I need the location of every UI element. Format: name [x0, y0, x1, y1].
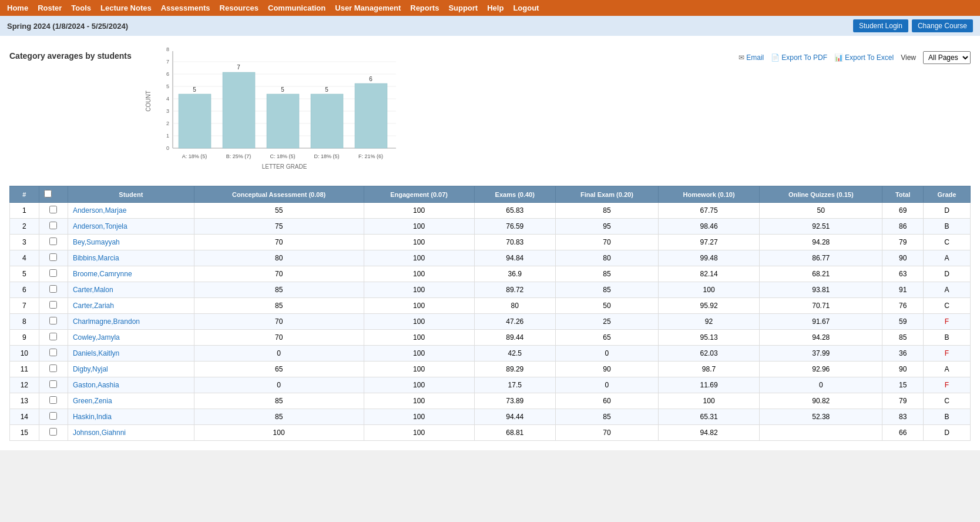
- row-homework: 97.27: [658, 235, 759, 250]
- student-link[interactable]: Anderson,Marjae: [73, 206, 126, 215]
- row-checkbox-cell: [39, 203, 68, 219]
- row-checkbox[interactable]: [49, 333, 57, 340]
- row-final: 50: [555, 298, 658, 314]
- row-exams: 42.5: [474, 346, 555, 362]
- row-num: 2: [10, 219, 39, 235]
- student-link[interactable]: Bey,Sumayyah: [73, 238, 120, 246]
- row-checkbox[interactable]: [49, 412, 57, 420]
- row-checkbox[interactable]: [49, 269, 57, 277]
- svg-text:5: 5: [166, 83, 169, 89]
- row-grade: D: [923, 203, 970, 219]
- svg-text:5: 5: [281, 86, 284, 93]
- main-content: Category averages by students COUNT 0: [0, 36, 980, 450]
- row-ca: 70: [194, 330, 364, 346]
- student-link[interactable]: Charlmagne,Brandon: [73, 317, 140, 326]
- nav-item-help[interactable]: Help: [487, 4, 504, 12]
- nav-item-communication[interactable]: Communication: [268, 4, 325, 12]
- svg-text:7: 7: [166, 59, 169, 65]
- table-header-row: # Student Conceptual Assessment (0.08) E…: [10, 186, 971, 203]
- excel-export-link[interactable]: Export To Excel: [834, 53, 894, 62]
- row-num: 10: [10, 346, 39, 362]
- select-all-checkbox[interactable]: [44, 190, 52, 198]
- row-grade: A: [923, 250, 970, 266]
- table-row: 10 Daniels,Kaitlyn 0 100 42.5 0 62.03 37…: [10, 346, 971, 362]
- row-num: 13: [10, 393, 39, 409]
- student-link[interactable]: Johnson,Giahnni: [73, 429, 126, 437]
- table-row: 11 Digby,Nyjal 65 100 89.29 90 98.7 92.9…: [10, 362, 971, 377]
- row-oq: 70.71: [760, 298, 882, 314]
- row-checkbox[interactable]: [49, 253, 57, 261]
- nav-item-user-management[interactable]: User Management: [335, 4, 401, 12]
- row-oq: [760, 425, 882, 441]
- row-checkbox[interactable]: [49, 285, 57, 293]
- nav-item-assessments[interactable]: Assessments: [161, 4, 210, 12]
- nav-item-logout[interactable]: Logout: [513, 4, 539, 12]
- row-checkbox[interactable]: [49, 349, 57, 356]
- row-homework: 95.13: [658, 330, 759, 346]
- student-link[interactable]: Anderson,Tonjela: [73, 222, 127, 230]
- row-engagement: 100: [364, 282, 474, 298]
- row-total: 36: [882, 346, 924, 362]
- student-link[interactable]: Daniels,Kaitlyn: [73, 349, 119, 357]
- row-checkbox[interactable]: [49, 396, 57, 404]
- student-link[interactable]: Green,Zenia: [73, 397, 112, 405]
- row-engagement: 100: [364, 266, 474, 282]
- change-course-button[interactable]: Change Course: [912, 19, 973, 32]
- row-final: 0: [555, 377, 658, 393]
- col-number: #: [10, 186, 39, 203]
- row-checkbox[interactable]: [49, 237, 57, 245]
- row-num: 11: [10, 362, 39, 377]
- row-homework: 65.31: [658, 409, 759, 425]
- row-exams: 89.44: [474, 330, 555, 346]
- nav-item-tools[interactable]: Tools: [71, 4, 91, 12]
- svg-text:C: 18% (5): C: 18% (5): [270, 153, 295, 159]
- student-link[interactable]: Carter,Malon: [73, 286, 113, 294]
- row-checkbox[interactable]: [49, 364, 57, 372]
- row-checkbox[interactable]: [49, 317, 57, 324]
- student-link[interactable]: Cowley,Jamyla: [73, 333, 120, 342]
- student-login-button[interactable]: Student Login: [853, 19, 908, 32]
- col-homework: Homework (0.10): [658, 186, 759, 203]
- row-checkbox[interactable]: [49, 428, 57, 436]
- row-engagement: 100: [364, 346, 474, 362]
- student-link[interactable]: Broome,Camrynne: [73, 270, 132, 278]
- row-ca: 85: [194, 298, 364, 314]
- row-ca: 100: [194, 425, 364, 441]
- student-link[interactable]: Gaston,Aashia: [73, 381, 119, 389]
- row-checkbox[interactable]: [49, 380, 57, 388]
- student-link[interactable]: Haskin,India: [73, 413, 112, 421]
- row-ca: 65: [194, 362, 364, 377]
- row-checkbox[interactable]: [49, 301, 57, 309]
- row-grade: F: [923, 346, 970, 362]
- excel-icon: [834, 53, 843, 62]
- nav-item-roster[interactable]: Roster: [38, 4, 62, 12]
- row-student: Johnson,Giahnni: [68, 425, 194, 441]
- svg-text:2: 2: [166, 121, 169, 126]
- row-checkbox[interactable]: [49, 206, 57, 213]
- row-total: 15: [882, 377, 924, 393]
- row-total: 69: [882, 203, 924, 219]
- row-exams: 70.83: [474, 235, 555, 250]
- row-exams: 94.84: [474, 250, 555, 266]
- nav-item-home[interactable]: Home: [7, 4, 28, 12]
- row-grade: B: [923, 330, 970, 346]
- student-link[interactable]: Bibbins,Marcia: [73, 254, 119, 262]
- nav-item-reports[interactable]: Reports: [410, 4, 439, 12]
- row-num: 4: [10, 250, 39, 266]
- student-link[interactable]: Carter,Zariah: [73, 302, 114, 310]
- view-select[interactable]: All Pages: [923, 51, 971, 64]
- pdf-icon: [771, 53, 780, 62]
- table-row: 7 Carter,Zariah 85 100 80 50 95.92 70.71…: [10, 298, 971, 314]
- row-homework: 98.7: [658, 362, 759, 377]
- nav-item-resources[interactable]: Resources: [220, 4, 259, 12]
- table-row: 8 Charlmagne,Brandon 70 100 47.26 25 92 …: [10, 314, 971, 330]
- email-link[interactable]: Email: [739, 53, 764, 62]
- row-checkbox[interactable]: [49, 222, 57, 229]
- student-link[interactable]: Digby,Nyjal: [73, 365, 108, 373]
- col-final: Final Exam (0.20): [555, 186, 658, 203]
- nav-item-lecture-notes[interactable]: Lecture Notes: [100, 4, 152, 12]
- nav-item-support[interactable]: Support: [448, 4, 478, 12]
- pdf-export-link[interactable]: Export To PDF: [771, 53, 827, 62]
- svg-text:7: 7: [237, 64, 240, 71]
- row-student: Anderson,Marjae: [68, 203, 194, 219]
